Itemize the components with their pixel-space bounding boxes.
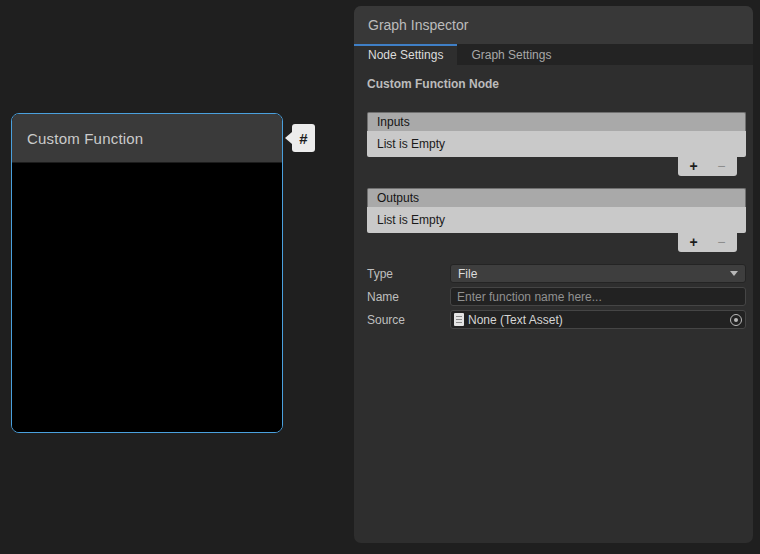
outputs-list-header: Outputs — [367, 188, 746, 207]
custom-function-node[interactable]: Custom Function — [11, 113, 283, 433]
object-picker-icon[interactable] — [730, 314, 742, 326]
text-asset-icon — [454, 313, 464, 326]
source-object-field[interactable]: None (Text Asset) — [450, 310, 746, 329]
outputs-remove-button[interactable]: − — [709, 234, 733, 251]
name-label: Name — [367, 290, 450, 304]
inputs-footer-buttons: + − — [678, 157, 737, 176]
inputs-remove-button[interactable]: − — [709, 158, 733, 175]
outputs-list-title: Outputs — [377, 191, 419, 205]
inputs-list-title: Inputs — [377, 115, 410, 129]
inspector-content: Custom Function Node Inputs List is Empt… — [354, 65, 753, 329]
inputs-list-header: Inputs — [367, 112, 746, 131]
inputs-add-button[interactable]: + — [682, 158, 706, 175]
name-field-row: Name — [367, 287, 746, 306]
panel-title: Graph Inspector — [368, 17, 468, 33]
source-object-value: None (Text Asset) — [468, 313, 563, 327]
panel-header[interactable]: Graph Inspector — [354, 6, 753, 44]
tab-node-settings[interactable]: Node Settings — [354, 44, 457, 65]
outputs-empty-label: List is Empty — [377, 213, 445, 227]
outputs-footer-buttons: + − — [678, 233, 737, 252]
badge-pointer — [285, 132, 292, 144]
inputs-list-footer: + − — [367, 157, 746, 176]
source-field-row: Source None (Text Asset) — [367, 310, 746, 329]
node-preview-body — [12, 163, 282, 433]
outputs-add-button[interactable]: + — [682, 234, 706, 251]
outputs-list-empty-row: List is Empty — [367, 207, 746, 233]
type-field-row: Type File — [367, 264, 746, 283]
shader-graph-window: Custom Function # Graph Inspector Node S… — [0, 0, 760, 554]
node-hash-badge[interactable]: # — [285, 124, 315, 152]
node-settings-heading: Custom Function Node — [367, 77, 746, 91]
graph-inspector-panel: Graph Inspector Node Settings Graph Sett… — [354, 6, 753, 543]
outputs-list-footer: + − — [367, 233, 746, 252]
outputs-list: Outputs List is Empty + − — [367, 188, 746, 252]
type-dropdown[interactable]: File — [450, 264, 746, 283]
inputs-list-empty-row: List is Empty — [367, 131, 746, 157]
inputs-empty-label: List is Empty — [377, 137, 445, 151]
source-label: Source — [367, 313, 450, 327]
node-title: Custom Function — [27, 130, 143, 147]
type-dropdown-value: File — [458, 267, 477, 281]
type-label: Type — [367, 267, 450, 281]
hash-icon: # — [292, 124, 315, 152]
chevron-down-icon — [730, 271, 738, 276]
node-title-bar[interactable]: Custom Function — [12, 114, 282, 163]
tab-graph-settings[interactable]: Graph Settings — [457, 44, 565, 65]
function-name-input[interactable] — [450, 287, 746, 306]
inspector-tabbar: Node Settings Graph Settings — [354, 44, 753, 65]
inputs-list: Inputs List is Empty + − — [367, 112, 746, 176]
